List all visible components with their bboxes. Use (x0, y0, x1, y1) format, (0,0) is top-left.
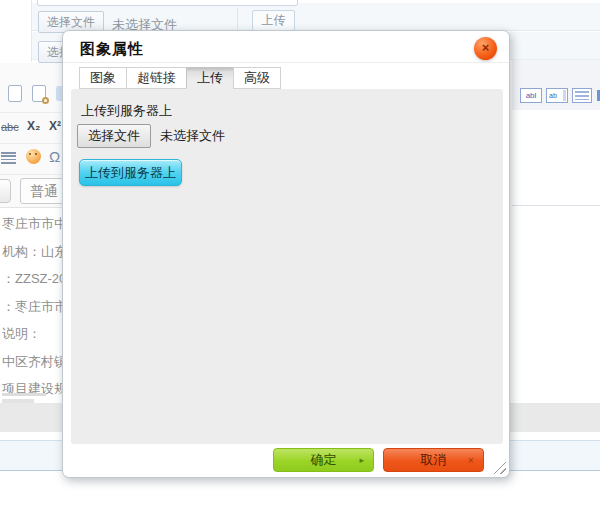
editor-border (0, 207, 62, 208)
toolbar-separator (0, 143, 62, 144)
cancel-button[interactable]: 取消 × (383, 448, 484, 472)
upload-panel: 上传到服务器上 选择文件 未选择文件 上传到服务器上 (71, 89, 503, 444)
editor-border (512, 205, 600, 206)
doc-line: ：ZZSZ-201 (2, 271, 66, 287)
smiley-icon[interactable] (26, 149, 41, 164)
tab-link[interactable]: 超链接 (126, 67, 187, 89)
listbox-icon[interactable] (572, 88, 592, 103)
special-char-icon[interactable]: Ω (49, 148, 60, 165)
toolbar-separator (0, 112, 62, 113)
dialog-title: 图象属性 (80, 40, 144, 59)
tab-upload[interactable]: 上传 (186, 67, 234, 89)
close-icon[interactable]: × (474, 37, 497, 60)
doc-line: 说明： (2, 326, 66, 342)
choose-file-button[interactable]: 选择文件 (77, 124, 151, 148)
textarea-icon-label: ab (549, 92, 557, 99)
page: 选择文件 未选择文件 上传 选择文件 abc X₂ X² Ω 普通 abl ab… (0, 0, 600, 530)
scrollbar-glyph (563, 90, 566, 101)
ok-arrow-icon: ▸ (359, 449, 364, 471)
bg-text-input-partial[interactable] (37, 0, 298, 6)
strikethrough-icon[interactable]: abc (1, 121, 19, 133)
tab-image[interactable]: 图象 (79, 67, 127, 89)
cancel-x-icon: × (468, 449, 474, 471)
doc-line: 中区齐村镇 (2, 354, 66, 370)
dialog-tabs: 图象 超链接 上传 高级 (79, 67, 280, 89)
ok-button[interactable]: 确定 ▸ (273, 448, 374, 472)
cancel-button-label: 取消 (421, 452, 447, 467)
bg-column-divider (31, 0, 32, 62)
preview-icon[interactable] (32, 85, 46, 102)
resize-handle[interactable] (493, 461, 506, 474)
file-input-row: 选择文件 未选择文件 (77, 124, 225, 148)
superscript-icon[interactable]: X² (49, 119, 61, 133)
document-text-column: 枣庄市市中 机构：山东 ：ZZSZ-201 ：枣庄市市 说明： 中区齐村镇 项目… (2, 216, 66, 409)
text-field-icon[interactable]: abl (520, 88, 542, 103)
new-page-icon[interactable] (8, 85, 22, 102)
title-divider (63, 62, 509, 63)
faint-text-line (2, 393, 46, 396)
subscript-icon[interactable]: X₂ (27, 119, 40, 133)
doc-line: 枣庄市市中 (2, 216, 66, 232)
listbox-lines (575, 91, 589, 100)
ok-button-label: 确定 (311, 452, 337, 467)
upload-to-server-button[interactable]: 上传到服务器上 (79, 159, 182, 186)
doc-line: 机构：山东 (2, 244, 66, 260)
magnifier-icon (42, 97, 49, 104)
tab-advanced[interactable]: 高级 (233, 67, 281, 89)
doc-line: ：枣庄市市 (2, 299, 66, 315)
bg-upload-button[interactable]: 上传 (252, 10, 295, 31)
textarea-icon[interactable]: ab (546, 88, 568, 103)
image-properties-dialog: 图象属性 × 图象 超链接 上传 高级 上传到服务器上 选择文件 未选择文件 上… (62, 30, 510, 478)
upload-section-label: 上传到服务器上 (81, 102, 172, 120)
no-file-selected-label: 未选择文件 (160, 127, 225, 145)
toolbar-button-partial[interactable] (0, 179, 11, 203)
toolbar-separator (0, 174, 62, 175)
justify-icon[interactable] (1, 152, 16, 165)
